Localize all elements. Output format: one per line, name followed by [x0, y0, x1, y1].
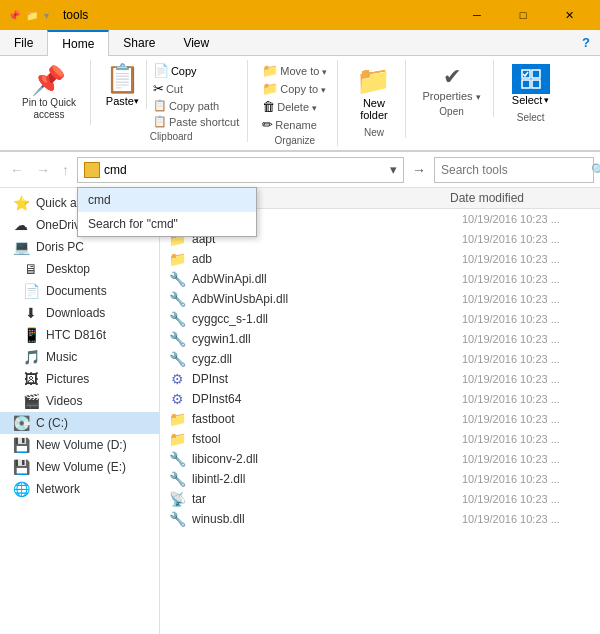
file-date: 10/19/2016 10:23 ... [462, 313, 592, 325]
delete-button[interactable]: 🗑 Delete ▾ [256, 98, 333, 115]
file-icon: ⚙ [168, 371, 186, 387]
paste-shortcut-label: Paste shortcut [169, 116, 239, 128]
address-input[interactable] [104, 163, 390, 177]
autocomplete-item-cmd[interactable]: cmd [78, 188, 256, 212]
table-row[interactable]: 📁 fstool 10/19/2016 10:23 ... [160, 429, 600, 449]
open-label: Open [439, 106, 463, 117]
file-icon: ⚙ [168, 391, 186, 407]
rename-label: Rename [275, 119, 317, 131]
select-group: Select ▾ Select [498, 60, 564, 123]
sidebar-item-label: Videos [46, 394, 82, 408]
new-folder-button[interactable]: 📁 Newfolder [350, 60, 397, 125]
autocomplete-dropdown: cmd Search for "cmd" [77, 187, 257, 237]
sidebar-item-desktop[interactable]: 🖥 Desktop [0, 258, 159, 280]
clipboard-items: 📋 Paste ▾ 📄 Copy ✂ Cut 📋 Copy pat [99, 60, 243, 129]
table-row[interactable]: 📁 fastboot 10/19/2016 10:23 ... [160, 409, 600, 429]
sidebar-item-network[interactable]: 🌐 Network [0, 478, 159, 500]
table-row[interactable]: 🔧 libintl-2.dll 10/19/2016 10:23 ... [160, 469, 600, 489]
up-button[interactable]: ↑ [58, 160, 73, 180]
tab-share[interactable]: Share [109, 30, 169, 55]
table-row[interactable]: ⚙ DPInst64 10/19/2016 10:23 ... [160, 389, 600, 409]
copy-label: Copy [171, 65, 197, 77]
file-name: DPInst64 [192, 392, 456, 406]
sidebar-item-videos[interactable]: 🎬 Videos [0, 390, 159, 412]
file-name: DPInst [192, 372, 456, 386]
table-row[interactable]: 📁 adb 10/19/2016 10:23 ... [160, 249, 600, 269]
rename-button[interactable]: ✏ Rename [256, 116, 333, 133]
tab-home[interactable]: Home [47, 30, 109, 56]
title-bar-icon: 📁 [26, 10, 38, 21]
address-bar[interactable]: ▾ [77, 157, 404, 183]
sidebar-item-e-drive[interactable]: 💾 New Volume (E:) [0, 456, 159, 478]
file-name: winusb.dll [192, 512, 456, 526]
maximize-button[interactable]: □ [500, 0, 546, 30]
copy-button[interactable]: 📄 Copy [149, 62, 243, 79]
table-row[interactable]: 🔧 cygwin1.dll 10/19/2016 10:23 ... [160, 329, 600, 349]
file-date: 10/19/2016 10:23 ... [462, 433, 592, 445]
file-date: 10/19/2016 10:23 ... [462, 293, 592, 305]
address-go-button[interactable]: → [408, 162, 430, 178]
table-row[interactable]: 🔧 AdbWinUsbApi.dll 10/19/2016 10:23 ... [160, 289, 600, 309]
minimize-button[interactable]: ─ [454, 0, 500, 30]
network-icon: 🌐 [12, 481, 30, 497]
main-area: ⭐ Quick access ☁ OneDrive 💻 Doris PC 🖥 D… [0, 188, 600, 634]
table-row[interactable]: 🔧 cyggcc_s-1.dll 10/19/2016 10:23 ... [160, 309, 600, 329]
pictures-icon: 🖼 [22, 371, 40, 387]
search-input[interactable] [441, 163, 591, 177]
file-list: 📁 7z 10/19/2016 10:23 ... 📁 aapt 10/19/2… [160, 209, 600, 634]
copy-path-button[interactable]: 📋 Copy path [149, 98, 243, 113]
table-row[interactable]: 📡 tar 10/19/2016 10:23 ... [160, 489, 600, 509]
sidebar-item-doris-pc[interactable]: 💻 Doris PC [0, 236, 159, 258]
select-button[interactable]: Select ▾ [506, 60, 556, 110]
sidebar-item-htc[interactable]: 📱 HTC D816t [0, 324, 159, 346]
pin-to-quick-access-button[interactable]: 📌 Pin to Quickaccess [16, 60, 82, 125]
column-header-date: Date modified [450, 191, 580, 205]
autocomplete-item-search[interactable]: Search for "cmd" [78, 212, 256, 236]
tab-view[interactable]: View [169, 30, 223, 55]
delete-label: Delete ▾ [277, 101, 317, 113]
paste-button[interactable]: 📋 Paste ▾ [99, 60, 147, 109]
table-row[interactable]: 🔧 winusb.dll 10/19/2016 10:23 ... [160, 509, 600, 529]
move-to-button[interactable]: 📁 Move to ▾ [256, 62, 333, 79]
tab-file[interactable]: File [0, 30, 47, 55]
search-box[interactable]: 🔍 [434, 157, 594, 183]
sidebar-item-downloads[interactable]: ⬇ Downloads [0, 302, 159, 324]
table-row[interactable]: 🔧 AdbWinApi.dll 10/19/2016 10:23 ... [160, 269, 600, 289]
table-row[interactable]: 🔧 cygz.dll 10/19/2016 10:23 ... [160, 349, 600, 369]
sidebar-item-label: Music [46, 350, 77, 364]
paste-shortcut-button[interactable]: 📋 Paste shortcut [149, 114, 243, 129]
file-date: 10/19/2016 10:23 ... [462, 513, 592, 525]
properties-button[interactable]: ✔ Properties ▾ [414, 62, 488, 104]
file-icon: 🔧 [168, 511, 186, 527]
search-icon: 🔍 [591, 163, 600, 177]
file-name: AdbWinUsbApi.dll [192, 292, 456, 306]
file-icon: 🔧 [168, 451, 186, 467]
file-date: 10/19/2016 10:23 ... [462, 393, 592, 405]
sidebar-item-c-drive[interactable]: 💽 C (C:) [0, 412, 159, 434]
open-items: ✔ Properties ▾ [414, 60, 488, 104]
table-row[interactable]: 🔧 libiconv-2.dll 10/19/2016 10:23 ... [160, 449, 600, 469]
svg-rect-2 [522, 80, 530, 88]
quick-access-icon: ⭐ [12, 195, 30, 211]
new-folder-icon: 📁 [356, 64, 391, 97]
file-date: 10/19/2016 10:23 ... [462, 273, 592, 285]
back-button[interactable]: ← [6, 160, 28, 180]
cut-icon: ✂ [153, 81, 164, 96]
forward-button[interactable]: → [32, 160, 54, 180]
file-name: adb [192, 252, 456, 266]
address-dropdown-button[interactable]: ▾ [390, 162, 397, 177]
sidebar-item-music[interactable]: 🎵 Music [0, 346, 159, 368]
file-icon: 🔧 [168, 271, 186, 287]
organize-label: Organize [275, 135, 316, 146]
table-row[interactable]: ⚙ DPInst 10/19/2016 10:23 ... [160, 369, 600, 389]
quick-access-icon: 📌 [8, 10, 20, 21]
file-date: 10/19/2016 10:23 ... [462, 233, 592, 245]
videos-icon: 🎬 [22, 393, 40, 409]
sidebar-item-d-drive[interactable]: 💾 New Volume (D:) [0, 434, 159, 456]
close-button[interactable]: ✕ [546, 0, 592, 30]
cut-button[interactable]: ✂ Cut [149, 80, 243, 97]
sidebar-item-pictures[interactable]: 🖼 Pictures [0, 368, 159, 390]
sidebar-item-documents[interactable]: 📄 Documents [0, 280, 159, 302]
help-button[interactable]: ? [572, 30, 600, 55]
copy-to-button[interactable]: 📁 Copy to ▾ [256, 80, 333, 97]
